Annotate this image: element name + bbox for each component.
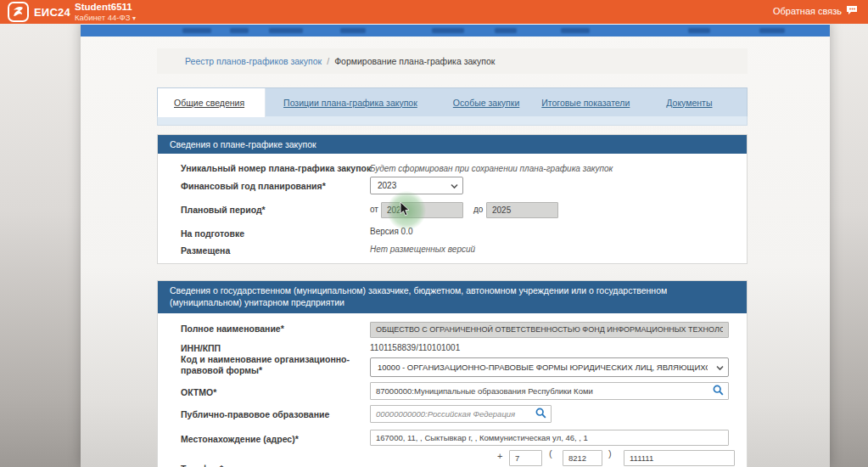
phone-number-input[interactable] (624, 450, 735, 466)
phone-number-wrap (624, 449, 735, 466)
breadcrumb-current: Формирование плана-графика закупок (334, 56, 495, 66)
cabinet-menu[interactable]: Кабинет 44-ФЗ ▾ (75, 13, 136, 22)
chat-bubble-icon (846, 5, 858, 17)
phone-plus-sign: + (497, 451, 502, 461)
address-wrap (370, 429, 729, 446)
address-label: Местонахождение (адрес)* (181, 434, 363, 445)
section-customer-header: Сведения о государственном (муниципально… (158, 281, 747, 313)
published-status-value: Нет размещенных версий (370, 245, 475, 254)
phone-area-wrap (563, 449, 602, 466)
nav-blur-item (230, 28, 249, 33)
tab-special-purchases[interactable]: Особые закупки (453, 98, 519, 108)
tab-general-info[interactable]: Общие сведения (158, 88, 266, 117)
phone-area-input[interactable] (563, 450, 602, 466)
address-input[interactable] (370, 430, 729, 446)
full-name-label: Полное наименование* (181, 324, 363, 335)
nav-blur-item (269, 28, 303, 33)
search-icon[interactable] (713, 384, 724, 399)
chevron-down-icon: ▾ (132, 14, 136, 22)
tab-bar-substrip (157, 116, 748, 126)
ppo-wrap (370, 405, 552, 423)
user-name: Student6511 (75, 2, 136, 12)
eis-logo[interactable]: ЕИС24 (8, 2, 70, 22)
oktmo-input[interactable] (370, 382, 729, 400)
logo-text: ЕИС24 (34, 6, 70, 19)
financial-year-value: 2023 (378, 181, 396, 190)
screen: ЕИС24 Student6511 Кабинет 44-ФЗ ▾ Обратн… (0, 0, 868, 467)
app-topbar: ЕИС24 Student6511 Кабинет 44-ФЗ ▾ Обратн… (0, 0, 868, 24)
breadcrumb-link-registry[interactable]: Реестр планов-графиков закупок (185, 56, 322, 66)
feedback-button[interactable]: Обратная связь (773, 5, 858, 17)
period-to-input[interactable] (486, 202, 558, 218)
oktmo-label: ОКТМО* (181, 387, 363, 398)
cabinet-label: Кабинет 44-ФЗ (75, 13, 130, 22)
feedback-label: Обратная связь (773, 6, 842, 16)
tab-bar: Общие сведения Позиции плана-графика зак… (157, 87, 748, 116)
section-plan-header: Сведения о плане-графике закупок (158, 135, 747, 154)
period-to-prefix: до (473, 205, 483, 214)
full-name-wrap (370, 320, 729, 338)
unique-number-value: Будет сформирован при сохранении плана-г… (370, 164, 613, 173)
eis-bird-icon (8, 2, 29, 22)
tab-documents[interactable]: Документы (666, 98, 712, 108)
ppo-input[interactable] (370, 405, 552, 423)
nav-blur-item (340, 28, 366, 33)
full-name-input[interactable] (370, 322, 729, 338)
breadcrumb: Реестр планов-графиков закупок / Формиро… (157, 48, 748, 74)
draft-status-label: На подготовке (181, 228, 363, 239)
tab-total-indicators[interactable]: Итоговые показатели (541, 98, 630, 108)
chevron-down-icon (716, 363, 724, 372)
opf-label: Код и наименование организационно-правов… (181, 354, 359, 375)
phone-label: Телефон* (181, 464, 363, 467)
mouse-cursor-icon (400, 201, 411, 220)
nav-blur-item (182, 28, 211, 33)
top-nav-bar (81, 25, 830, 37)
phone-close-paren: ) (608, 448, 612, 459)
period-to-wrap (486, 201, 558, 218)
phone-country-wrap (509, 449, 542, 466)
nav-blur-item (495, 28, 517, 33)
section-plan-info: Сведения о плане-графике закупок Уникаль… (157, 134, 748, 264)
page-panel: Реестр планов-графиков закупок / Формиро… (81, 21, 830, 467)
nav-blur-item (759, 28, 785, 33)
nav-blur-item (688, 28, 710, 33)
phone-open-paren: ( (549, 448, 552, 459)
opf-select[interactable]: 10000 - ОРГАНИЗАЦИОННО-ПРАВОВЫЕ ФОРМЫ ЮР… (370, 357, 729, 377)
unique-number-label: Уникальный номер плана-графика закупок (181, 163, 393, 174)
breadcrumb-separator: / (327, 56, 329, 66)
chevron-down-icon (451, 181, 458, 190)
financial-year-select[interactable]: 2023 (370, 177, 463, 194)
tabs-container: Общие сведения Позиции плана-графика зак… (157, 87, 748, 126)
search-icon[interactable] (535, 407, 546, 422)
tab-plan-positions[interactable]: Позиции плана-графика закупок (283, 98, 417, 108)
period-from-prefix: от (370, 205, 378, 214)
phone-country-input[interactable] (509, 450, 542, 466)
inn-kpp-value: 1101158839/110101001 (370, 343, 460, 352)
planning-period-label: Плановый период* (181, 205, 363, 216)
inn-kpp-label: ИНН/КПП (181, 343, 363, 354)
nav-blur-item (432, 28, 464, 33)
oktmo-wrap (370, 382, 729, 400)
ppo-label: Публично-правовое образование (181, 409, 376, 420)
financial-year-label: Финансовый год планирования* (181, 181, 393, 192)
user-block: Student6511 Кабинет 44-ФЗ ▾ (75, 2, 136, 22)
published-status-label: Размещена (181, 245, 363, 256)
nav-blur-item (561, 28, 590, 33)
section-customer-info: Сведения о государственном (муниципально… (157, 280, 748, 467)
opf-value: 10000 - ОРГАНИЗАЦИОННО-ПРАВОВЫЕ ФОРМЫ ЮР… (378, 363, 708, 372)
